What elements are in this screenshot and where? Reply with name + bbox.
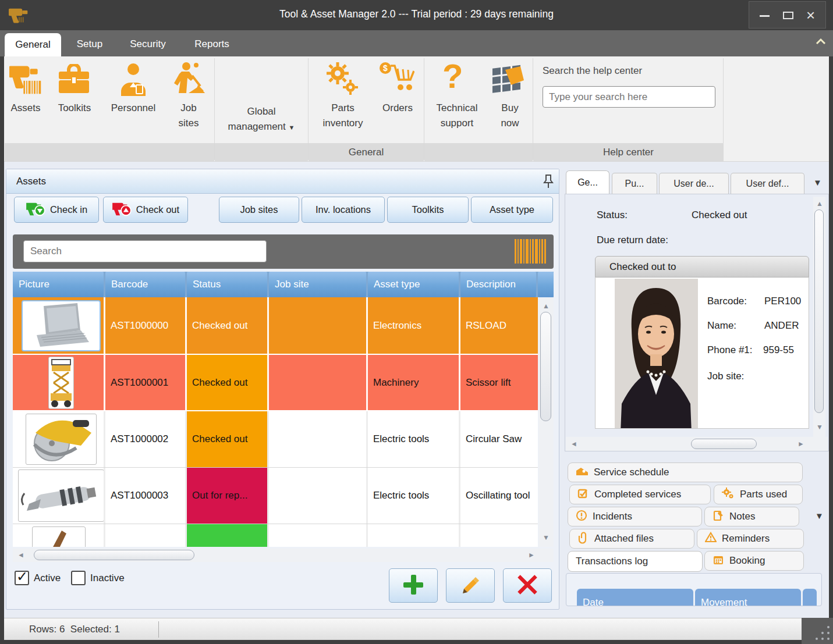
toolbox-icon[interactable] — [57, 64, 91, 98]
details-vscroll-thumb[interactable] — [814, 209, 824, 413]
asset-type-cell: Electronics — [368, 297, 460, 354]
parts-inventory-button[interactable]: Parts — [311, 102, 375, 114]
shopping-cart-icon[interactable]: $ — [378, 62, 414, 98]
attached-files-button[interactable]: Attached files — [569, 529, 694, 549]
pin-icon[interactable] — [543, 174, 554, 192]
scroll-left-icon[interactable]: ◄ — [17, 552, 24, 558]
checked-out-to-header[interactable]: Checked out to — [595, 256, 809, 277]
transactions-log-button[interactable]: Transactions log — [568, 551, 703, 572]
column-header-job-site[interactable]: Job site — [269, 272, 366, 297]
log-column-spacer — [803, 589, 817, 606]
actions-overflow-arrow-icon[interactable]: ▼ — [815, 511, 824, 521]
title-bar: Tool & Asset Manager 2.0 --- Trial perio… — [0, 0, 833, 30]
small-gears-icon — [722, 488, 735, 502]
job-sites-filter-button[interactable]: Job sites — [219, 197, 299, 223]
details-horizontal-scrollbar[interactable]: ◄ ► — [566, 437, 828, 451]
scroll-up-icon[interactable]: ▲ — [816, 200, 823, 207]
column-header-picture[interactable]: Picture — [13, 272, 104, 297]
service-schedule-button[interactable]: Service schedule — [568, 462, 803, 482]
scroll-right-icon[interactable]: ► — [797, 440, 804, 447]
ribbon-collapse-chevron-icon[interactable] — [815, 37, 827, 49]
booking-button[interactable]: Booking — [704, 551, 804, 571]
active-checkbox[interactable]: ✓ — [15, 571, 29, 585]
window-controls: × — [749, 1, 826, 29]
scroll-down-icon[interactable]: ▼ — [543, 534, 550, 541]
parts-used-button[interactable]: Parts used — [714, 485, 803, 504]
tab-setup[interactable]: Setup — [67, 33, 112, 55]
asset-row-5[interactable] — [13, 524, 538, 547]
add-asset-button[interactable] — [389, 568, 438, 603]
dropdown-arrow-icon: ▼ — [289, 124, 295, 131]
gears-icon[interactable] — [324, 61, 361, 100]
picture-cell — [13, 355, 105, 410]
assets-drill-barcode-icon[interactable] — [9, 63, 43, 99]
asset-search-input[interactable] — [23, 240, 267, 262]
tab-reports[interactable]: Reports — [185, 33, 239, 55]
delete-asset-button[interactable] — [503, 568, 552, 603]
status-bar-divider — [158, 621, 159, 638]
log-column-date[interactable]: Date — [577, 589, 693, 606]
inv-locations-filter-button[interactable]: Inv. locations — [302, 197, 385, 223]
tab-general[interactable]: General — [5, 33, 61, 56]
incidents-button[interactable]: Incidents — [568, 507, 702, 526]
scroll-down-icon[interactable]: ▼ — [816, 424, 823, 430]
details-tab-user-defined-2[interactable]: User def... — [731, 173, 804, 194]
buy-now-button-line2[interactable]: now — [490, 118, 530, 129]
column-header-description[interactable]: Description — [460, 272, 536, 297]
job-sites-button[interactable]: Job — [173, 102, 204, 114]
toolkits-filter-button[interactable]: Toolkits — [387, 197, 469, 223]
personnel-button[interactable]: Personnel — [106, 102, 161, 114]
tab-security[interactable]: Security — [119, 33, 176, 55]
asset-row-3[interactable]: AST1000002 Checked out Electric tools Ci… — [13, 411, 538, 468]
details-hscroll-thumb[interactable] — [691, 439, 757, 449]
table-hscroll-thumb[interactable] — [34, 550, 194, 560]
technical-support-button-line2[interactable]: support — [426, 118, 488, 129]
table-vscroll-thumb[interactable] — [540, 312, 551, 421]
close-icon[interactable]: × — [806, 6, 815, 24]
scroll-left-icon[interactable]: ◄ — [570, 440, 577, 447]
details-vertical-scrollbar[interactable]: ▲ ▼ — [813, 197, 825, 437]
column-header-asset-type[interactable]: Asset type — [368, 272, 459, 297]
question-mark-icon[interactable]: ? — [442, 58, 463, 94]
resize-grip[interactable] — [802, 618, 833, 644]
details-tab-purchase[interactable]: Pu... — [612, 173, 657, 194]
technical-support-button[interactable]: Technical — [426, 102, 488, 114]
buy-now-tiles-icon[interactable] — [491, 62, 527, 98]
check-in-button[interactable]: Check in — [14, 197, 99, 223]
maximize-icon[interactable] — [783, 12, 793, 19]
buy-now-button[interactable]: Buy — [490, 102, 530, 114]
tab-overflow-arrow-icon[interactable]: ▼ — [813, 177, 822, 187]
details-tab-general[interactable]: Ge... — [566, 170, 609, 194]
asset-row-1[interactable]: AST1000000 Checked out Electronics RSLOA… — [13, 297, 538, 355]
scroll-right-icon[interactable]: ► — [528, 552, 535, 558]
toolkits-button[interactable]: Toolkits — [51, 102, 98, 114]
minimize-icon[interactable] — [760, 15, 770, 17]
job-sites-button-line2[interactable]: sites — [173, 118, 204, 129]
parts-inventory-button-line2[interactable]: inventory — [311, 118, 375, 129]
assets-button[interactable]: Assets — [5, 102, 47, 114]
log-column-movement[interactable]: Movement — [695, 589, 801, 606]
barcode-icon[interactable] — [515, 239, 546, 266]
table-horizontal-scrollbar[interactable]: ◄ ► — [13, 549, 554, 562]
scroll-up-icon[interactable]: ▲ — [543, 303, 550, 309]
check-in-drill-icon — [26, 201, 45, 219]
global-management-button-line2[interactable]: management ▼ — [218, 121, 305, 133]
orders-button[interactable]: Orders — [373, 102, 423, 114]
global-management-button[interactable]: Global — [218, 106, 305, 118]
asset-type-filter-button[interactable]: Asset type — [471, 197, 553, 223]
inactive-checkbox[interactable] — [71, 571, 86, 585]
help-search-input[interactable] — [543, 86, 715, 108]
completed-services-button[interactable]: Completed services — [569, 485, 711, 504]
notes-button[interactable]: Notes — [704, 507, 799, 526]
edit-asset-button[interactable] — [446, 568, 495, 603]
construction-worker-icon[interactable] — [172, 62, 205, 99]
asset-row-4[interactable]: AST1000003 Out for rep... Electric tools… — [13, 468, 538, 524]
reminders-button[interactable]: Reminders — [697, 529, 804, 549]
column-header-barcode[interactable]: Barcode — [105, 272, 185, 297]
details-tab-user-defined-1[interactable]: User de... — [659, 173, 729, 194]
table-vertical-scrollbar[interactable]: ▲ ▼ — [538, 298, 554, 547]
check-out-button[interactable]: Check out — [103, 197, 188, 223]
column-header-status[interactable]: Status — [187, 272, 267, 297]
person-icon[interactable] — [119, 63, 148, 99]
asset-row-2[interactable]: AST1000001 Checked out Machinery Scissor… — [13, 355, 538, 411]
